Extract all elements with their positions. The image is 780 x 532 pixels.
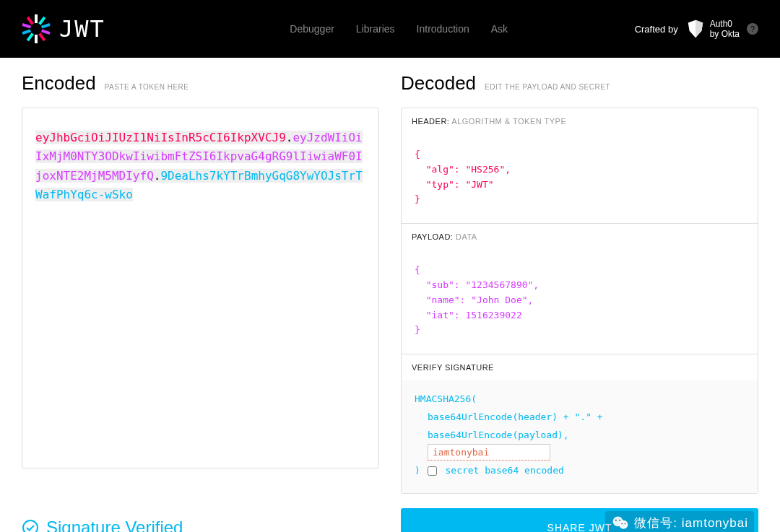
payload-json: { "sub": "1234567890", "name": "John Doe… — [415, 263, 745, 338]
svg-point-16 — [625, 523, 626, 524]
encoded-title: Encoded — [22, 72, 96, 95]
verified-text: Signature Verified — [46, 518, 183, 532]
crafted-by-label: Crafted by — [635, 24, 678, 35]
share-label: SHARE JWT — [547, 522, 612, 532]
svg-rect-5 — [22, 30, 31, 35]
auth0-logo[interactable]: Auth0 by Okta — [685, 19, 740, 40]
encoded-token-box[interactable]: eyJhbGciOiJIUzI1NiIsInR5cCI6IkpXVCJ9.eyJ… — [22, 108, 379, 468]
svg-point-14 — [619, 519, 620, 520]
secret-base64-checkbox[interactable] — [428, 466, 437, 476]
verified-check-icon — [22, 519, 39, 532]
svg-rect-3 — [27, 32, 34, 41]
logo-text: JWT — [59, 15, 105, 43]
svg-rect-7 — [22, 23, 31, 29]
svg-rect-2 — [38, 17, 46, 25]
nav-ask[interactable]: Ask — [491, 23, 508, 35]
auth0-line1: Auth0 — [710, 19, 740, 29]
svg-point-15 — [622, 523, 623, 524]
verify-section-label: VERIFY SIGNATURE — [412, 363, 494, 372]
verify-body: HMACSHA256( base64UrlEncode(header) + ".… — [402, 380, 758, 492]
decoded-title: Decoded — [401, 72, 476, 95]
svg-rect-1 — [35, 35, 38, 43]
nav-introduction[interactable]: Introduction — [417, 23, 469, 35]
auth0-line2: by Okta — [710, 29, 740, 39]
header-json-body[interactable]: { "alg": "HS256", "typ": "JWT" } — [402, 134, 758, 223]
main-content: Encoded PASTE A TOKEN HERE eyJhbGciOiJIU… — [0, 58, 780, 501]
verify-close: ) — [415, 465, 420, 476]
svg-rect-0 — [35, 14, 38, 23]
verify-signature-section: VERIFY SIGNATURE HMACSHA256( base64UrlEn… — [402, 354, 758, 492]
encoded-column: Encoded PASTE A TOKEN HERE eyJhbGciOiJIU… — [22, 72, 379, 494]
wechat-watermark: 微信号: iamtonybai — [605, 511, 754, 532]
header-section-sub: ALGORITHM & TOKEN TYPE — [451, 117, 566, 126]
payload-section-label: PAYLOAD: — [412, 232, 453, 241]
jwt-logo-icon — [22, 14, 51, 43]
help-icon[interactable]: ? — [747, 23, 758, 35]
auth0-shield-icon — [685, 19, 706, 39]
svg-rect-4 — [41, 23, 51, 29]
verify-line2: base64UrlEncode(header) + "." + — [415, 409, 745, 427]
verify-line3: base64UrlEncode(payload), — [415, 427, 745, 445]
nav-debugger[interactable]: Debugger — [290, 23, 334, 35]
header-section-label: HEADER: — [412, 117, 449, 126]
encoded-subtitle: PASTE A TOKEN HERE — [105, 83, 189, 91]
svg-rect-6 — [41, 30, 51, 35]
footer-row: Signature Verified SHARE JWT 微信号: iamton… — [0, 501, 780, 532]
secret-base64-label: secret base64 encoded — [445, 465, 563, 476]
crafted-by: Crafted by Auth0 by Okta ? — [635, 19, 758, 40]
secret-input[interactable] — [428, 444, 550, 461]
decoded-subtitle: EDIT THE PAYLOAD AND SECRET — [485, 83, 610, 91]
decoded-header-section: HEADER: ALGORITHM & TOKEN TYPE { "alg": … — [402, 108, 758, 224]
svg-point-10 — [23, 520, 38, 532]
top-nav-bar: JWT Debugger Libraries Introduction Ask … — [0, 0, 780, 58]
nav-links: Debugger Libraries Introduction Ask — [163, 23, 635, 35]
wechat-label: 微信号: iamtonybai — [634, 515, 748, 531]
token-header-part: eyJhbGciOiJIUzI1NiIsInR5cCI6IkpXVCJ9 — [35, 131, 286, 144]
signature-status: Signature Verified — [22, 518, 379, 532]
decoded-payload-section: PAYLOAD: DATA { "sub": "1234567890", "na… — [402, 224, 758, 354]
svg-point-13 — [615, 519, 617, 520]
logo-area[interactable]: JWT — [22, 14, 105, 43]
svg-rect-9 — [27, 17, 34, 25]
decoded-box: HEADER: ALGORITHM & TOKEN TYPE { "alg": … — [401, 108, 758, 494]
nav-libraries[interactable]: Libraries — [356, 23, 395, 35]
verify-line1: HMACSHA256( — [415, 391, 745, 409]
header-json: { "alg": "HS256", "typ": "JWT" } — [415, 147, 745, 207]
decoded-column: Decoded EDIT THE PAYLOAD AND SECRET HEAD… — [401, 72, 758, 494]
payload-json-body[interactable]: { "sub": "1234567890", "name": "John Doe… — [402, 250, 758, 354]
wechat-icon — [611, 514, 630, 532]
svg-rect-8 — [38, 32, 46, 41]
share-jwt-button[interactable]: SHARE JWT 微信号: iamtonybai — [401, 508, 758, 532]
payload-section-sub: DATA — [456, 232, 477, 241]
svg-point-12 — [620, 520, 628, 528]
